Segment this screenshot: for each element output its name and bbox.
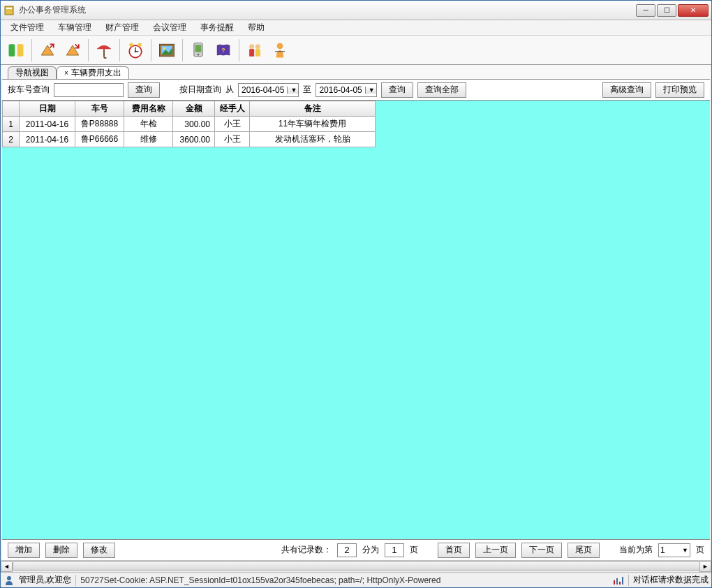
table-row[interactable]: 12011-04-16鲁P88888年检300.00小王11年车辆年检费用 [3, 117, 376, 132]
window-title: 办公事务管理系统 [19, 4, 636, 16]
horizontal-scrollbar[interactable]: ◄ ► [1, 560, 711, 572]
cell-name: 年检 [124, 117, 173, 132]
svg-rect-25 [614, 580, 615, 585]
pager-page-unit-1: 页 [410, 544, 418, 556]
delete-button[interactable]: 删除 [45, 543, 77, 558]
toolbar-sep-1 [31, 39, 32, 61]
add-button[interactable]: 增加 [8, 543, 40, 558]
pager-first-button[interactable]: 首页 [438, 543, 470, 558]
toolbar-icon-1[interactable] [5, 39, 27, 61]
scroll-thumb[interactable] [13, 561, 700, 571]
dropdown-icon[interactable]: ▼ [287, 87, 298, 94]
menu-vehicle[interactable]: 车辆管理 [52, 20, 97, 35]
toolbar-icon-3[interactable] [61, 39, 84, 61]
grid-header-handler[interactable]: 经手人 [215, 101, 250, 117]
status-bars-icon [613, 575, 624, 586]
app-icon [3, 5, 15, 16]
minimize-button[interactable]: ─ [636, 4, 655, 17]
cell-rownum: 2 [3, 132, 20, 147]
toolbar-clock-icon[interactable] [124, 39, 147, 61]
pager-next-button[interactable]: 下一页 [521, 543, 562, 558]
status-user-icon [3, 575, 15, 586]
grid-header-rownum[interactable] [3, 101, 20, 117]
svg-point-10 [138, 43, 142, 46]
tab-nav-label: 导航视图 [15, 67, 49, 79]
pager-bar: 增加 删除 修改 共有记录数： 分为 页 首页 上一页 下一页 尾页 当前为第 … [2, 539, 710, 560]
cell-remark: 发动机活塞环，轮胎 [250, 132, 376, 147]
pager-current-label: 当前为第 [619, 544, 653, 556]
cell-rownum: 1 [3, 117, 20, 132]
grid-area: 日期 车号 费用名称 金额 经手人 备注 12011-04-16鲁P88888年… [2, 101, 710, 539]
tab-nav[interactable]: 导航视图 [8, 66, 57, 79]
cell-amount: 300.00 [173, 117, 215, 132]
grid-header-remark[interactable]: 备注 [250, 101, 376, 117]
maximize-button[interactable]: ☐ [657, 4, 676, 17]
toolbar-device-icon[interactable] [187, 39, 209, 61]
filter-car-input[interactable] [54, 83, 124, 97]
pager-page-unit-2: 页 [696, 544, 704, 556]
dropdown-icon[interactable]: ▼ [365, 87, 376, 94]
filter-date-from-value: 2016-04-05 [239, 85, 287, 95]
svg-point-20 [255, 44, 260, 49]
dropdown-icon[interactable]: ▼ [682, 547, 688, 554]
filter-print-preview-button[interactable]: 打印预览 [655, 82, 704, 98]
edit-button[interactable]: 修改 [83, 543, 115, 558]
toolbar-sep-5 [182, 39, 183, 61]
scroll-track[interactable] [13, 561, 699, 572]
pager-total-value[interactable] [337, 543, 357, 557]
window-controls: ─ ☐ ✕ [636, 4, 709, 17]
menu-help[interactable]: 帮助 [242, 20, 270, 35]
cell-date: 2011-04-16 [20, 117, 75, 132]
svg-point-16 [198, 53, 200, 55]
cell-date: 2011-04-16 [20, 132, 75, 147]
content-frame: 按车号查询 查询 按日期查询 从 2016-04-05▼ 至 2016-04-0… [2, 79, 710, 560]
pager-split-label: 分为 [362, 544, 379, 556]
toolbar-people-icon[interactable] [244, 39, 266, 61]
menu-file[interactable]: 文件管理 [5, 20, 50, 35]
menubar: 文件管理 车辆管理 财产管理 会议管理 事务提醒 帮助 [1, 20, 711, 36]
cell-remark: 11年车辆年检费用 [250, 117, 376, 132]
filter-query-all-button[interactable]: 查询全部 [417, 82, 466, 98]
status-user-text: 管理员,欢迎您 [19, 574, 71, 586]
svg-point-18 [249, 44, 254, 49]
filter-date-to[interactable]: 2016-04-05▼ [316, 83, 376, 97]
grid-header-name[interactable]: 费用名称 [124, 101, 173, 117]
scroll-right-icon[interactable]: ► [699, 561, 711, 572]
tab-expense-label: 车辆费用支出 [71, 67, 121, 79]
scroll-left-icon[interactable]: ◄ [1, 561, 13, 572]
svg-text:?: ? [221, 46, 225, 53]
filter-adv-query-button[interactable]: 高级查询 [602, 82, 651, 98]
titlebar: 办公事务管理系统 ─ ☐ ✕ [1, 1, 711, 20]
cell-name: 维修 [124, 132, 173, 147]
pager-prev-button[interactable]: 上一页 [475, 543, 516, 558]
table-row[interactable]: 22011-04-16鲁P66666维修3600.00小王发动机活塞环，轮胎 [3, 132, 376, 147]
tab-expense[interactable]: ×车辆费用支出 [57, 66, 129, 79]
pager-pages-value[interactable] [385, 543, 404, 557]
pager-current-combo[interactable]: 1▼ [658, 543, 690, 557]
toolbar-person-icon[interactable] [269, 39, 291, 61]
grid-header-car[interactable]: 车号 [75, 101, 124, 117]
toolbar-book-icon[interactable]: ? [212, 39, 235, 61]
filter-car-query-button[interactable]: 查询 [128, 82, 160, 98]
grid-header-amount[interactable]: 金额 [173, 101, 215, 117]
toolbar-umbrella-icon[interactable] [93, 39, 115, 61]
filter-car-label: 按车号查询 [8, 84, 50, 96]
tab-bar: 导航视图 ×车辆费用支出 [1, 65, 711, 79]
pager-last-button[interactable]: 尾页 [568, 543, 600, 558]
svg-rect-28 [622, 577, 623, 585]
filter-date-query-button[interactable]: 查询 [381, 82, 413, 98]
status-middle-text: 50727Set-Cookie: ASP.NET_SessionId=t01ox… [80, 575, 609, 585]
svg-point-9 [129, 43, 133, 46]
filter-date-from[interactable]: 2016-04-05▼ [238, 83, 299, 97]
tab-close-icon[interactable]: × [64, 69, 68, 77]
menu-asset[interactable]: 财产管理 [100, 20, 144, 35]
toolbar-picture-icon[interactable] [156, 39, 178, 61]
grid-header-date[interactable]: 日期 [20, 101, 75, 117]
close-button[interactable]: ✕ [678, 4, 709, 17]
toolbar-icon-2[interactable] [36, 39, 59, 61]
toolbar-sep-2 [88, 39, 89, 61]
menu-meeting[interactable]: 会议管理 [147, 20, 192, 35]
pager-total-label: 共有记录数： [281, 544, 332, 556]
svg-point-22 [277, 43, 283, 49]
menu-remind[interactable]: 事务提醒 [195, 20, 239, 35]
